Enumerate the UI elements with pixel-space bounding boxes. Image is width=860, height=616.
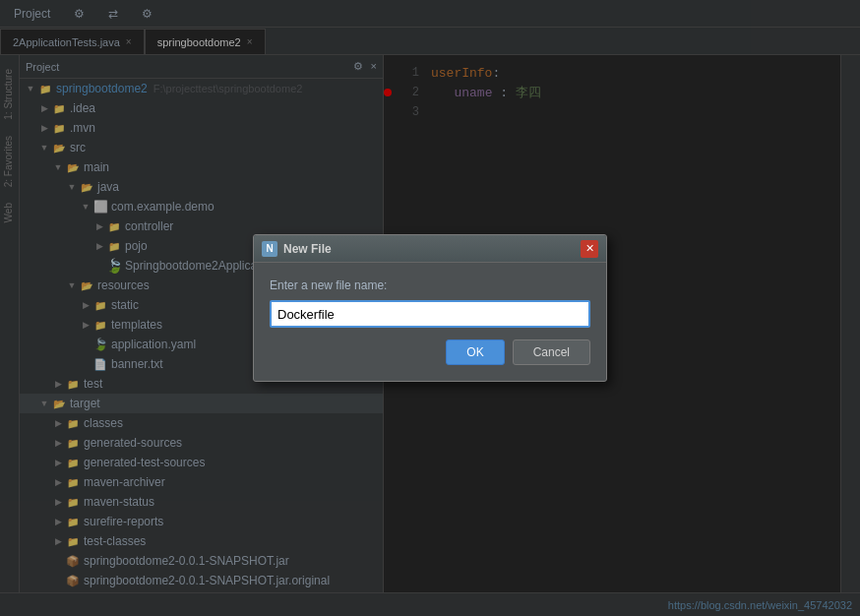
dialog-buttons: OK Cancel [270,339,590,369]
dialog-prompt-label: Enter a new file name: [270,278,590,292]
dialog-body: Enter a new file name: OK Cancel [254,263,606,381]
dialog-close-button[interactable]: ✕ [581,240,598,258]
dialog-title-bar: N New File ✕ [254,235,606,263]
dialog-title-icon: N [262,241,277,257]
new-file-dialog: N New File ✕ Enter a new file name: OK C… [253,234,607,382]
dialog-overlay: N New File ✕ Enter a new file name: OK C… [0,0,860,616]
dialog-title-text: New File [283,242,575,256]
dialog-ok-button[interactable]: OK [446,339,504,365]
dialog-cancel-button[interactable]: Cancel [513,339,590,365]
dialog-filename-input[interactable] [270,300,590,328]
